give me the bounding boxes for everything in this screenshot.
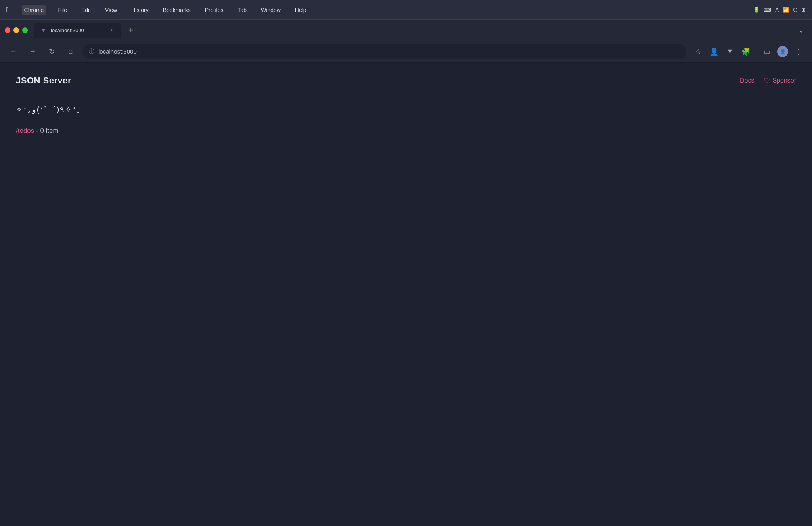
menu-button[interactable]: ⋮ — [791, 44, 806, 59]
home-button[interactable]: ⌂ — [63, 44, 78, 59]
sidebar-icon: ▭ — [764, 47, 770, 56]
toolbar-actions: ☆ 👤 ▼ 🧩 ▭ 👤 ⋮ — [691, 44, 806, 59]
home-icon: ⌂ — [69, 47, 73, 56]
input-icon: A — [775, 7, 779, 13]
wifi-icon: ⌨ — [764, 7, 771, 13]
wifi-signal-icon: 📶 — [783, 7, 789, 13]
tab-favicon: ▼ — [40, 27, 47, 33]
forward-button[interactable]: → — [25, 44, 40, 59]
site-title: JSON Server — [16, 75, 71, 86]
kaomoji-text: ✧*｡٩(´□`*)و✧*｡ — [16, 105, 796, 114]
virutal-icon: ▼ — [726, 47, 733, 56]
sponsor-label: Sponsor — [772, 77, 796, 84]
menu-view[interactable]: View — [103, 5, 119, 15]
tab-bar: ▼ localhost:3000 ✕ + ⌄ — [0, 20, 812, 40]
lock-icon: ⓘ — [89, 48, 94, 55]
extensions-icon: 🧩 — [741, 47, 750, 56]
heart-icon: ♡ — [764, 76, 770, 85]
extension-virutal-button[interactable]: ▼ — [723, 44, 737, 59]
menu-tab[interactable]: Tab — [235, 5, 249, 15]
avatar-button[interactable]: 👤 — [776, 44, 790, 59]
menu-bookmarks[interactable]: Bookmarks — [161, 5, 193, 15]
forward-icon: → — [29, 47, 36, 56]
battery-icon: 🔋 — [753, 7, 760, 13]
resource-list: /todos - 0 item — [16, 127, 796, 135]
apple-menu[interactable]:  — [6, 6, 9, 14]
docs-link[interactable]: Docs — [740, 77, 754, 84]
window-close-button[interactable] — [5, 27, 10, 33]
site-header: JSON Server Docs ♡ Sponsor — [16, 75, 796, 86]
window-minimize-button[interactable] — [13, 27, 19, 33]
bookmark-icon: ☆ — [695, 47, 701, 56]
extensions-button[interactable]: 🧩 — [739, 44, 753, 59]
reload-button[interactable]: ↻ — [44, 44, 59, 59]
site-nav: Docs ♡ Sponsor — [740, 76, 796, 85]
tab-localhost-3000[interactable]: ▼ localhost:3000 ✕ — [34, 23, 121, 38]
menu-file[interactable]: File — [56, 5, 69, 15]
menu-edit[interactable]: Edit — [79, 5, 93, 15]
tab-bar-right: ⌄ — [795, 24, 807, 36]
profile-button[interactable]: 👤 — [707, 44, 721, 59]
profile-icon: 👤 — [710, 47, 718, 56]
bluetooth-icon: ⬡ — [793, 7, 797, 13]
back-button[interactable]: ← — [6, 44, 21, 59]
window-controls — [5, 27, 28, 33]
tab-title: localhost:3000 — [51, 27, 104, 33]
resource-count: - 0 item — [34, 127, 58, 134]
bookmark-button[interactable]: ☆ — [691, 44, 705, 59]
todos-link[interactable]: /todos — [16, 127, 34, 134]
control-center-icon: ⊞ — [801, 7, 806, 13]
page-content: JSON Server Docs ♡ Sponsor ✧*｡٩(´□`*)و✧*… — [0, 63, 812, 526]
menu-bar-right: 🔋 ⌨ A 📶 ⬡ ⊞ — [753, 7, 806, 13]
tab-list-button[interactable]: ⌄ — [795, 24, 807, 36]
toolbar: ← → ↻ ⌂ ⓘ localhost:3000 ☆ 👤 ▼ 🧩 ▭ 👤 — [0, 40, 812, 63]
status-icons: 🔋 ⌨ A 📶 ⬡ ⊞ — [753, 7, 806, 13]
reload-icon: ↻ — [49, 47, 55, 56]
window-maximize-button[interactable] — [22, 27, 28, 33]
menu-history[interactable]: History — [129, 5, 151, 15]
menu-help[interactable]: Help — [293, 5, 309, 15]
sponsor-link[interactable]: ♡ Sponsor — [764, 76, 796, 85]
menu-icon: ⋮ — [795, 47, 802, 56]
address-bar[interactable]: ⓘ localhost:3000 — [82, 44, 686, 59]
menu-chrome[interactable]: Chrome — [22, 5, 46, 15]
toolbar-separator — [756, 47, 756, 56]
mac-menu-bar:  Chrome File Edit View History Bookmark… — [0, 0, 812, 20]
url-display: localhost:3000 — [98, 48, 680, 55]
menu-window[interactable]: Window — [259, 5, 283, 15]
menu-profiles[interactable]: Profiles — [203, 5, 226, 15]
tab-close-button[interactable]: ✕ — [108, 27, 115, 34]
new-tab-button[interactable]: + — [124, 24, 137, 36]
sidebar-button[interactable]: ▭ — [760, 44, 774, 59]
back-icon: ← — [10, 47, 17, 56]
avatar-icon: 👤 — [777, 46, 788, 57]
